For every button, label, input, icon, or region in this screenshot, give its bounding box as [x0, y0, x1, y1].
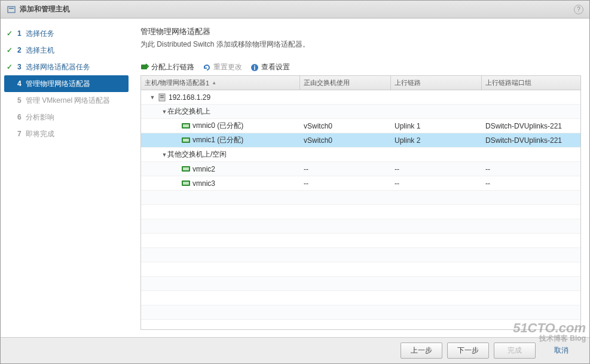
table-row[interactable]: vmnic3------: [141, 176, 580, 191]
view-settings-button[interactable]: i 查看设置: [250, 62, 290, 72]
col-host-adapter[interactable]: 主机/物理网络适配器 1: [141, 76, 300, 90]
row-name: 在此交换机上: [167, 106, 210, 117]
empty-row: [141, 234, 580, 248]
adapter-table: 主机/物理网络适配器 1 正由交换机使用 上行链路 上行链路端口组 ▼192.1…: [140, 75, 581, 330]
empty-row: [141, 191, 580, 205]
table-header: 主机/物理网络适配器 1 正由交换机使用 上行链路 上行链路端口组: [141, 76, 580, 90]
svg-rect-1: [9, 8, 14, 9]
nic-icon: [182, 137, 190, 144]
page-description: 为此 Distributed Switch 添加或移除物理网络适配器。: [140, 39, 581, 50]
assign-label: 分配上行链路: [151, 62, 194, 72]
dialog-icon: [7, 5, 16, 14]
row-name: vmnic2: [192, 165, 215, 173]
finish-button: 完成: [494, 342, 536, 359]
col-uplink-port-group[interactable]: 上行链路端口组: [482, 76, 580, 90]
dialog-footer: 上一步 下一步 完成 取消: [1, 337, 589, 363]
svg-rect-15: [183, 182, 189, 185]
empty-row: [141, 262, 580, 277]
wizard-dialog: 添加和管理主机 ? 1 选择任务2 选择主机3 选择网络适配器任务4 管理物理网…: [0, 0, 590, 364]
nic-icon: [182, 166, 190, 173]
svg-rect-7: [160, 97, 164, 98]
cancel-button[interactable]: 取消: [540, 343, 582, 358]
empty-row: [141, 205, 580, 219]
row-name: 其他交换机上/空闲: [167, 149, 227, 160]
table-row[interactable]: ▼其他交换机上/空闲: [141, 148, 580, 162]
svg-text:i: i: [254, 65, 256, 71]
wizard-step-1[interactable]: 1 选择任务: [1, 25, 132, 42]
empty-row: [141, 305, 580, 320]
view-label: 查看设置: [261, 62, 290, 72]
help-icon[interactable]: ?: [574, 5, 583, 14]
assign-uplink-button[interactable]: 分配上行链路: [140, 62, 194, 72]
reset-changes-button[interactable]: 重置更改: [203, 62, 242, 72]
svg-rect-13: [183, 167, 189, 170]
col-uplink[interactable]: 上行链路: [391, 76, 482, 90]
svg-rect-0: [8, 7, 15, 13]
row-name: vmnic3: [192, 179, 215, 188]
svg-rect-11: [183, 139, 189, 142]
titlebar: 添加和管理主机 ?: [1, 1, 589, 19]
host-icon: [158, 94, 166, 101]
svg-rect-6: [160, 95, 164, 96]
wizard-step-3[interactable]: 3 选择网络适配器任务: [1, 59, 132, 75]
table-row[interactable]: vmnic2------: [141, 162, 580, 176]
row-name: vmnic1 (已分配): [192, 135, 243, 145]
empty-row: [141, 291, 580, 305]
row-name: vmnic0 (已分配): [192, 121, 243, 131]
wizard-step-7: 7 即将完成: [1, 126, 132, 142]
main-panel: 管理物理网络适配器 为此 Distributed Switch 添加或移除物理网…: [132, 19, 589, 337]
empty-row: [141, 320, 580, 329]
info-icon: i: [250, 63, 259, 72]
nic-icon: [182, 123, 190, 130]
empty-row: [141, 248, 580, 262]
tree-toggle[interactable]: ▼: [149, 94, 155, 100]
page-title: 管理物理网络适配器: [140, 26, 581, 37]
tree-toggle[interactable]: ▼: [161, 109, 167, 115]
content-area: 1 选择任务2 选择主机3 选择网络适配器任务4 管理物理网络适配器5 管理 V…: [1, 19, 589, 337]
row-name: 192.168.1.29: [169, 93, 210, 102]
table-row[interactable]: vmnic0 (已分配)vSwitch0Uplink 1DSwitch-DVUp…: [141, 119, 580, 133]
table-row[interactable]: ▼在此交换机上: [141, 105, 580, 119]
svg-rect-9: [183, 124, 189, 127]
nic-icon: [182, 180, 190, 187]
wizard-step-2[interactable]: 2 选择主机: [1, 42, 132, 59]
wizard-step-6: 6 分析影响: [1, 109, 132, 126]
table-body[interactable]: ▼192.168.1.29▼在此交换机上vmnic0 (已分配)vSwitch0…: [141, 90, 580, 329]
wizard-steps-sidebar: 1 选择任务2 选择主机3 选择网络适配器任务4 管理物理网络适配器5 管理 V…: [1, 19, 132, 337]
toolbar: 分配上行链路 重置更改 i 查看设置: [140, 60, 581, 74]
col-used-by-switch[interactable]: 正由交换机使用: [300, 76, 391, 90]
dialog-title: 添加和管理主机: [20, 4, 574, 14]
wizard-step-4[interactable]: 4 管理物理网络适配器: [4, 75, 129, 92]
wizard-step-5: 5 管理 VMkernel 网络适配器: [1, 92, 132, 109]
reset-label: 重置更改: [213, 62, 242, 72]
table-row[interactable]: ▼192.168.1.29: [141, 90, 580, 105]
tree-toggle[interactable]: ▼: [161, 152, 167, 158]
reset-icon: [203, 63, 211, 72]
assign-icon: [140, 63, 149, 72]
back-button[interactable]: 上一步: [401, 342, 442, 359]
table-row[interactable]: vmnic1 (已分配)vSwitch0Uplink 2DSwitch-DVUp…: [141, 133, 580, 148]
empty-row: [141, 277, 580, 291]
empty-row: [141, 219, 580, 234]
next-button[interactable]: 下一步: [447, 342, 489, 359]
